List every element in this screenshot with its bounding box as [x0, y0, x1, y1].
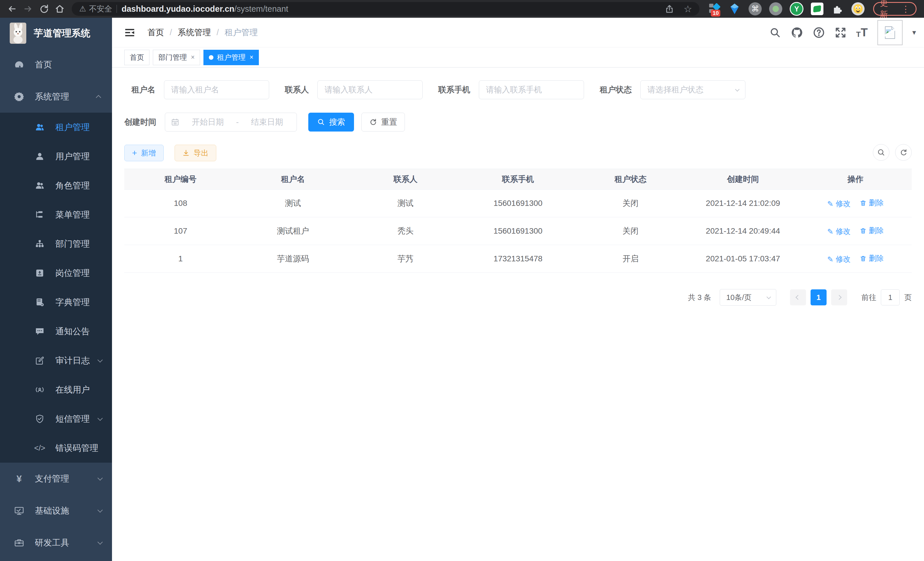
- tab-dept[interactable]: 部门管理 ×: [153, 50, 200, 65]
- url-text: dashboard.yudao.iocoder.cn/system/tenant: [122, 4, 288, 14]
- edit-button[interactable]: ✎修改: [827, 199, 850, 209]
- extensions-area: 10 ⌘ Y: [707, 2, 865, 16]
- sidebar-item-notice[interactable]: 通知公告: [0, 317, 112, 346]
- sidebar-item-infra[interactable]: 基础设施: [0, 495, 112, 527]
- github-icon[interactable]: [790, 26, 803, 39]
- profile-avatar-icon[interactable]: [851, 2, 865, 15]
- breadcrumb-system[interactable]: 系统管理: [178, 27, 211, 38]
- tags-view-bar: 首页 部门管理 × 租户管理 ×: [112, 47, 924, 68]
- browser-forward-icon[interactable]: [20, 2, 36, 16]
- trash-icon: [860, 200, 867, 206]
- security-warning-icon[interactable]: ⚠ 不安全: [79, 4, 112, 14]
- sidebar-item-post[interactable]: 岗位管理: [0, 259, 112, 288]
- extensions-puzzle-icon[interactable]: [831, 2, 844, 15]
- active-dot: [209, 55, 213, 60]
- sidebar-item-system[interactable]: 系统管理: [0, 81, 112, 113]
- sidebar-item-pay[interactable]: ¥ 支付管理: [0, 463, 112, 495]
- sidebar-item-error-code[interactable]: </> 错误码管理: [0, 433, 112, 463]
- contact-input[interactable]: [317, 80, 423, 99]
- prev-page-button[interactable]: [790, 289, 806, 305]
- breadcrumb-home[interactable]: 首页: [147, 27, 164, 38]
- delete-button[interactable]: 删除: [860, 253, 884, 263]
- sidebar-item-menu[interactable]: 菜单管理: [0, 200, 112, 229]
- edit-icon: ✎: [827, 200, 833, 208]
- font-size-icon[interactable]: TT: [856, 26, 868, 39]
- status-select[interactable]: 请选择租户状态: [640, 80, 746, 99]
- sidebar-item-devtools[interactable]: 研发工具: [0, 527, 112, 559]
- extension-grid-icon[interactable]: 10: [707, 2, 721, 15]
- broken-image-icon: [883, 26, 897, 40]
- chevron-down-icon: [98, 507, 103, 512]
- sidebar-item-online-user[interactable]: 在线用户: [0, 375, 112, 404]
- tenant-name-input[interactable]: [164, 80, 269, 99]
- extension-green-icon[interactable]: [811, 3, 824, 15]
- col-contact: 联系人: [349, 169, 462, 190]
- sidebar-item-user[interactable]: 用户管理: [0, 142, 112, 171]
- export-button[interactable]: 导出: [175, 145, 216, 161]
- refresh-table-button[interactable]: [895, 144, 912, 161]
- date-start-placeholder: 开始日期: [184, 117, 231, 128]
- extension-badge: 10: [711, 10, 720, 17]
- shield-check-icon: [34, 414, 46, 424]
- roles-icon: [34, 181, 46, 190]
- close-icon[interactable]: ×: [191, 53, 195, 61]
- edit-button[interactable]: ✎修改: [827, 254, 850, 264]
- mobile-input[interactable]: [479, 80, 584, 99]
- toggle-search-button[interactable]: [873, 144, 890, 161]
- help-icon[interactable]: [813, 27, 825, 39]
- extension-kite-icon[interactable]: [728, 2, 741, 15]
- search-icon: [877, 148, 885, 157]
- extension-command-icon[interactable]: ⌘: [748, 2, 762, 15]
- sidebar-item-sms[interactable]: 短信管理: [0, 404, 112, 433]
- chevron-left-icon: [796, 295, 801, 300]
- next-page-button[interactable]: [831, 289, 847, 305]
- page-size-select[interactable]: 10条/页: [720, 289, 776, 306]
- refresh-icon: [369, 118, 377, 126]
- table-row: 1 芋道源码 芋艿 17321315478 开启 2021-01-05 17:0…: [124, 245, 912, 273]
- main-content: 租户名 联系人 联系手机 租户状态 请选择租户状态 创建时间 开始日期 - 结束…: [112, 68, 924, 561]
- fullscreen-icon[interactable]: [835, 27, 847, 39]
- goto-label: 前往: [861, 293, 876, 302]
- search-button[interactable]: 搜索: [308, 113, 354, 132]
- goto-page-input[interactable]: [881, 289, 900, 305]
- share-icon[interactable]: [665, 4, 674, 14]
- address-bar[interactable]: ⚠ 不安全 dashboard.yudao.iocoder.cn/system/…: [72, 2, 699, 16]
- browser-update-button[interactable]: 更新 ⋮: [873, 2, 916, 16]
- sidebar-item-home[interactable]: 首页: [0, 49, 112, 81]
- table-row: 108 测试 测试 15601691300 关闭 2021-12-14 21:0…: [124, 190, 912, 217]
- header-search-icon[interactable]: [770, 27, 781, 38]
- delete-button[interactable]: 删除: [860, 198, 884, 208]
- sidebar-item-dept[interactable]: 部门管理: [0, 229, 112, 259]
- security-label: 不安全: [89, 4, 112, 14]
- status-label: 租户状态: [600, 84, 632, 95]
- dictionary-icon: [34, 297, 46, 307]
- sidebar-item-role[interactable]: 角色管理: [0, 171, 112, 200]
- sidebar-item-audit-log[interactable]: 审计日志: [0, 346, 112, 375]
- tab-home[interactable]: 首页: [124, 50, 149, 65]
- browser-home-icon[interactable]: [52, 2, 68, 16]
- add-button[interactable]: + 新增: [124, 145, 164, 161]
- user-avatar[interactable]: [878, 20, 903, 45]
- extension-y-icon[interactable]: Y: [790, 2, 803, 16]
- create-time-label: 创建时间: [124, 117, 156, 128]
- browser-menu-icon[interactable]: ⋮: [902, 4, 910, 14]
- edit-button[interactable]: ✎修改: [827, 226, 850, 236]
- col-status: 租户状态: [574, 169, 687, 190]
- date-range-picker[interactable]: 开始日期 - 结束日期: [165, 113, 297, 132]
- delete-button[interactable]: 删除: [860, 226, 884, 236]
- sidebar-item-dict[interactable]: 字典管理: [0, 288, 112, 317]
- sidebar-collapse-icon[interactable]: [124, 27, 135, 38]
- monitor-icon: [13, 505, 25, 516]
- page-number-1[interactable]: 1: [811, 289, 826, 305]
- browser-back-icon[interactable]: [4, 2, 20, 16]
- reset-button[interactable]: 重置: [362, 113, 405, 132]
- org-chart-icon: [34, 239, 46, 249]
- browser-reload-icon[interactable]: [36, 2, 52, 16]
- sidebar-item-tenant[interactable]: 租户管理: [0, 113, 112, 142]
- close-icon[interactable]: ×: [249, 53, 253, 61]
- avatar-caret-icon[interactable]: ▾: [912, 28, 916, 37]
- tab-tenant[interactable]: 租户管理 ×: [203, 50, 259, 65]
- extension-dot-icon[interactable]: [769, 2, 782, 15]
- app-title: 芋道管理系统: [34, 27, 90, 40]
- bookmark-star-icon[interactable]: ☆: [684, 3, 692, 15]
